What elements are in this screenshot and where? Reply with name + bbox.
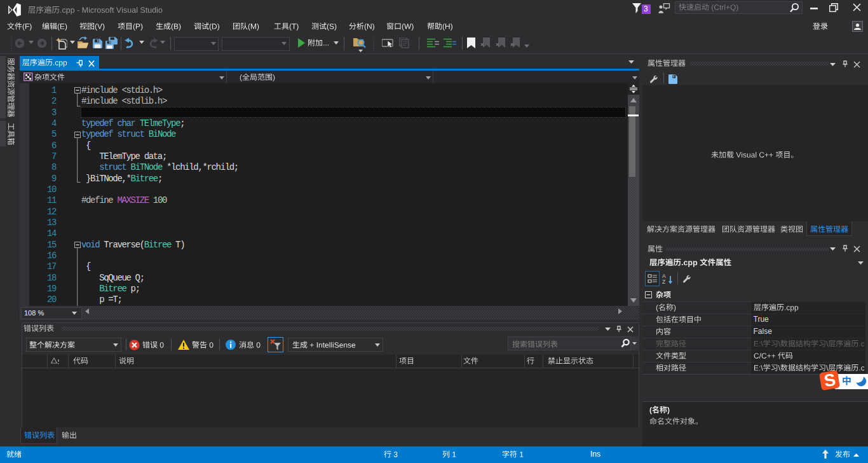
svg-text:Z: Z <box>662 279 665 285</box>
